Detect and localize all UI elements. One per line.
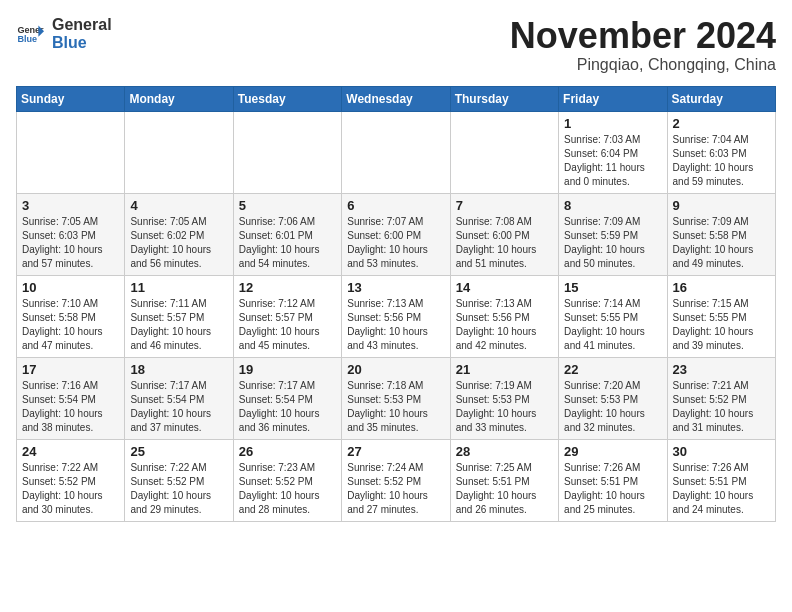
day-info: Sunrise: 7:20 AM Sunset: 5:53 PM Dayligh… [564, 379, 661, 435]
day-info: Sunrise: 7:13 AM Sunset: 5:56 PM Dayligh… [347, 297, 444, 353]
calendar-cell: 11Sunrise: 7:11 AM Sunset: 5:57 PM Dayli… [125, 275, 233, 357]
calendar-cell: 23Sunrise: 7:21 AM Sunset: 5:52 PM Dayli… [667, 357, 775, 439]
day-info: Sunrise: 7:24 AM Sunset: 5:52 PM Dayligh… [347, 461, 444, 517]
day-info: Sunrise: 7:10 AM Sunset: 5:58 PM Dayligh… [22, 297, 119, 353]
day-number: 6 [347, 198, 444, 213]
calendar-cell: 16Sunrise: 7:15 AM Sunset: 5:55 PM Dayli… [667, 275, 775, 357]
day-info: Sunrise: 7:06 AM Sunset: 6:01 PM Dayligh… [239, 215, 336, 271]
day-number: 11 [130, 280, 227, 295]
week-row-1: 1Sunrise: 7:03 AM Sunset: 6:04 PM Daylig… [17, 111, 776, 193]
day-info: Sunrise: 7:26 AM Sunset: 5:51 PM Dayligh… [564, 461, 661, 517]
calendar-table: SundayMondayTuesdayWednesdayThursdayFrid… [16, 86, 776, 522]
calendar-cell: 13Sunrise: 7:13 AM Sunset: 5:56 PM Dayli… [342, 275, 450, 357]
day-info: Sunrise: 7:14 AM Sunset: 5:55 PM Dayligh… [564, 297, 661, 353]
day-number: 4 [130, 198, 227, 213]
day-info: Sunrise: 7:09 AM Sunset: 5:58 PM Dayligh… [673, 215, 770, 271]
day-number: 3 [22, 198, 119, 213]
logo-blue-text: Blue [52, 34, 112, 52]
calendar-cell: 27Sunrise: 7:24 AM Sunset: 5:52 PM Dayli… [342, 439, 450, 521]
day-info: Sunrise: 7:17 AM Sunset: 5:54 PM Dayligh… [130, 379, 227, 435]
day-number: 7 [456, 198, 553, 213]
calendar-cell: 28Sunrise: 7:25 AM Sunset: 5:51 PM Dayli… [450, 439, 558, 521]
calendar-cell: 19Sunrise: 7:17 AM Sunset: 5:54 PM Dayli… [233, 357, 341, 439]
day-info: Sunrise: 7:19 AM Sunset: 5:53 PM Dayligh… [456, 379, 553, 435]
day-number: 10 [22, 280, 119, 295]
calendar-cell [125, 111, 233, 193]
day-info: Sunrise: 7:25 AM Sunset: 5:51 PM Dayligh… [456, 461, 553, 517]
weekday-header-row: SundayMondayTuesdayWednesdayThursdayFrid… [17, 86, 776, 111]
calendar-cell: 22Sunrise: 7:20 AM Sunset: 5:53 PM Dayli… [559, 357, 667, 439]
calendar-cell: 10Sunrise: 7:10 AM Sunset: 5:58 PM Dayli… [17, 275, 125, 357]
calendar-cell: 6Sunrise: 7:07 AM Sunset: 6:00 PM Daylig… [342, 193, 450, 275]
day-info: Sunrise: 7:18 AM Sunset: 5:53 PM Dayligh… [347, 379, 444, 435]
day-number: 5 [239, 198, 336, 213]
calendar-cell: 25Sunrise: 7:22 AM Sunset: 5:52 PM Dayli… [125, 439, 233, 521]
day-number: 14 [456, 280, 553, 295]
calendar-cell: 5Sunrise: 7:06 AM Sunset: 6:01 PM Daylig… [233, 193, 341, 275]
day-number: 12 [239, 280, 336, 295]
day-info: Sunrise: 7:17 AM Sunset: 5:54 PM Dayligh… [239, 379, 336, 435]
day-info: Sunrise: 7:03 AM Sunset: 6:04 PM Dayligh… [564, 133, 661, 189]
calendar-cell: 26Sunrise: 7:23 AM Sunset: 5:52 PM Dayli… [233, 439, 341, 521]
day-number: 17 [22, 362, 119, 377]
day-info: Sunrise: 7:16 AM Sunset: 5:54 PM Dayligh… [22, 379, 119, 435]
weekday-header-saturday: Saturday [667, 86, 775, 111]
week-row-4: 17Sunrise: 7:16 AM Sunset: 5:54 PM Dayli… [17, 357, 776, 439]
weekday-header-thursday: Thursday [450, 86, 558, 111]
day-info: Sunrise: 7:22 AM Sunset: 5:52 PM Dayligh… [22, 461, 119, 517]
weekday-header-sunday: Sunday [17, 86, 125, 111]
calendar-cell: 14Sunrise: 7:13 AM Sunset: 5:56 PM Dayli… [450, 275, 558, 357]
day-info: Sunrise: 7:04 AM Sunset: 6:03 PM Dayligh… [673, 133, 770, 189]
calendar-cell: 30Sunrise: 7:26 AM Sunset: 5:51 PM Dayli… [667, 439, 775, 521]
calendar-cell: 2Sunrise: 7:04 AM Sunset: 6:03 PM Daylig… [667, 111, 775, 193]
calendar-cell: 29Sunrise: 7:26 AM Sunset: 5:51 PM Dayli… [559, 439, 667, 521]
calendar-cell: 17Sunrise: 7:16 AM Sunset: 5:54 PM Dayli… [17, 357, 125, 439]
day-number: 18 [130, 362, 227, 377]
calendar-cell: 8Sunrise: 7:09 AM Sunset: 5:59 PM Daylig… [559, 193, 667, 275]
logo-icon: General Blue [16, 20, 44, 48]
svg-text:Blue: Blue [17, 34, 37, 44]
calendar-cell: 15Sunrise: 7:14 AM Sunset: 5:55 PM Dayli… [559, 275, 667, 357]
calendar-cell: 21Sunrise: 7:19 AM Sunset: 5:53 PM Dayli… [450, 357, 558, 439]
day-info: Sunrise: 7:05 AM Sunset: 6:03 PM Dayligh… [22, 215, 119, 271]
calendar-cell: 7Sunrise: 7:08 AM Sunset: 6:00 PM Daylig… [450, 193, 558, 275]
day-number: 9 [673, 198, 770, 213]
page-header: General Blue General Blue November 2024 … [16, 16, 776, 74]
day-number: 26 [239, 444, 336, 459]
day-info: Sunrise: 7:09 AM Sunset: 5:59 PM Dayligh… [564, 215, 661, 271]
day-info: Sunrise: 7:07 AM Sunset: 6:00 PM Dayligh… [347, 215, 444, 271]
day-number: 2 [673, 116, 770, 131]
day-number: 16 [673, 280, 770, 295]
location-text: Pingqiao, Chongqing, China [510, 56, 776, 74]
logo-general-text: General [52, 16, 112, 34]
day-number: 13 [347, 280, 444, 295]
calendar-cell: 20Sunrise: 7:18 AM Sunset: 5:53 PM Dayli… [342, 357, 450, 439]
day-number: 19 [239, 362, 336, 377]
day-number: 15 [564, 280, 661, 295]
day-number: 29 [564, 444, 661, 459]
day-info: Sunrise: 7:13 AM Sunset: 5:56 PM Dayligh… [456, 297, 553, 353]
calendar-cell: 24Sunrise: 7:22 AM Sunset: 5:52 PM Dayli… [17, 439, 125, 521]
day-number: 1 [564, 116, 661, 131]
day-number: 22 [564, 362, 661, 377]
month-title: November 2024 [510, 16, 776, 56]
day-info: Sunrise: 7:22 AM Sunset: 5:52 PM Dayligh… [130, 461, 227, 517]
calendar-cell: 12Sunrise: 7:12 AM Sunset: 5:57 PM Dayli… [233, 275, 341, 357]
day-info: Sunrise: 7:23 AM Sunset: 5:52 PM Dayligh… [239, 461, 336, 517]
weekday-header-friday: Friday [559, 86, 667, 111]
day-number: 28 [456, 444, 553, 459]
week-row-2: 3Sunrise: 7:05 AM Sunset: 6:03 PM Daylig… [17, 193, 776, 275]
weekday-header-wednesday: Wednesday [342, 86, 450, 111]
calendar-cell [17, 111, 125, 193]
day-info: Sunrise: 7:21 AM Sunset: 5:52 PM Dayligh… [673, 379, 770, 435]
day-info: Sunrise: 7:12 AM Sunset: 5:57 PM Dayligh… [239, 297, 336, 353]
calendar-cell: 9Sunrise: 7:09 AM Sunset: 5:58 PM Daylig… [667, 193, 775, 275]
day-number: 30 [673, 444, 770, 459]
day-number: 21 [456, 362, 553, 377]
logo: General Blue General Blue [16, 16, 112, 52]
calendar-cell: 18Sunrise: 7:17 AM Sunset: 5:54 PM Dayli… [125, 357, 233, 439]
calendar-cell [233, 111, 341, 193]
weekday-header-tuesday: Tuesday [233, 86, 341, 111]
calendar-cell: 4Sunrise: 7:05 AM Sunset: 6:02 PM Daylig… [125, 193, 233, 275]
day-number: 24 [22, 444, 119, 459]
